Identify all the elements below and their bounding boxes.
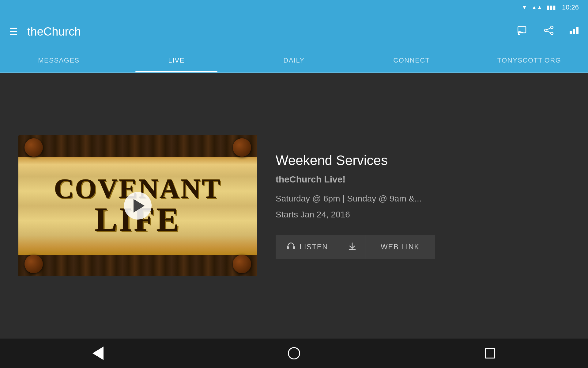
svg-point-3 [545, 29, 547, 32]
wood-top [18, 135, 257, 160]
service-title: Weekend Services [276, 153, 570, 168]
menu-icon[interactable]: ☰ [9, 26, 18, 37]
recents-icon [485, 348, 495, 358]
svg-rect-7 [570, 31, 572, 34]
status-bar: ▼ ▲▲ ▮▮▮ 10:26 [0, 0, 588, 15]
svg-rect-1 [518, 34, 520, 35]
roller-bottom-left [24, 255, 43, 273]
headphones-icon [287, 242, 295, 252]
weblink-button[interactable]: WEB LINK [365, 235, 435, 259]
tab-messages[interactable]: MESSAGES [0, 48, 118, 72]
svg-rect-11 [293, 246, 295, 249]
signal-icon: ▲▲ [531, 4, 542, 11]
roller-top-right [233, 138, 251, 157]
svg-point-4 [551, 32, 553, 35]
play-button[interactable] [124, 192, 152, 220]
tab-live[interactable]: LIVE [118, 48, 235, 72]
roller-bottom-right [233, 255, 251, 273]
recents-button[interactable] [481, 344, 499, 362]
service-schedule: Saturday @ 6pm | Sunday @ 9am &... [276, 194, 570, 204]
app-bar: ☰ theChurch [0, 15, 588, 48]
action-buttons: LISTEN WEB LINK [276, 235, 570, 259]
home-button[interactable] [285, 344, 303, 362]
chart-icon[interactable] [569, 26, 579, 37]
svg-line-5 [547, 28, 551, 30]
app-title: theChurch [27, 25, 502, 38]
tab-daily[interactable]: DAILY [235, 48, 353, 72]
service-starts: Starts Jan 24, 2016 [276, 210, 570, 220]
svg-line-6 [547, 31, 551, 33]
tab-connect[interactable]: CONNECT [353, 48, 470, 72]
share-icon[interactable] [544, 25, 554, 38]
download-icon [348, 242, 356, 252]
svg-rect-9 [576, 27, 579, 34]
listen-button[interactable]: LISTEN [276, 235, 339, 259]
home-icon [288, 347, 300, 359]
status-time: 10:26 [562, 3, 579, 11]
download-button[interactable] [339, 235, 365, 259]
play-icon [134, 199, 145, 213]
tab-bar: MESSAGES LIVE DAILY CONNECT TONYSCOTT.OR… [0, 48, 588, 73]
info-panel: Weekend Services theChurch Live! Saturda… [276, 147, 570, 265]
svg-point-2 [551, 26, 553, 29]
roller-top-left [24, 138, 43, 157]
svg-rect-10 [287, 246, 289, 249]
battery-icon: ▮▮▮ [547, 4, 556, 11]
wood-bottom [18, 252, 257, 276]
back-icon [92, 347, 104, 360]
cast-icon[interactable] [518, 26, 529, 37]
back-button[interactable] [89, 344, 107, 362]
service-subtitle: theChurch Live! [276, 174, 570, 185]
tab-tonyscott[interactable]: TONYSCOTT.ORG [470, 48, 588, 72]
main-content: COVENANT LIFE Weekend Services theChurch… [0, 73, 588, 339]
video-container[interactable]: COVENANT LIFE [18, 135, 257, 276]
svg-rect-8 [573, 29, 575, 34]
wifi-icon: ▼ [522, 4, 527, 11]
bottom-nav [0, 339, 588, 368]
